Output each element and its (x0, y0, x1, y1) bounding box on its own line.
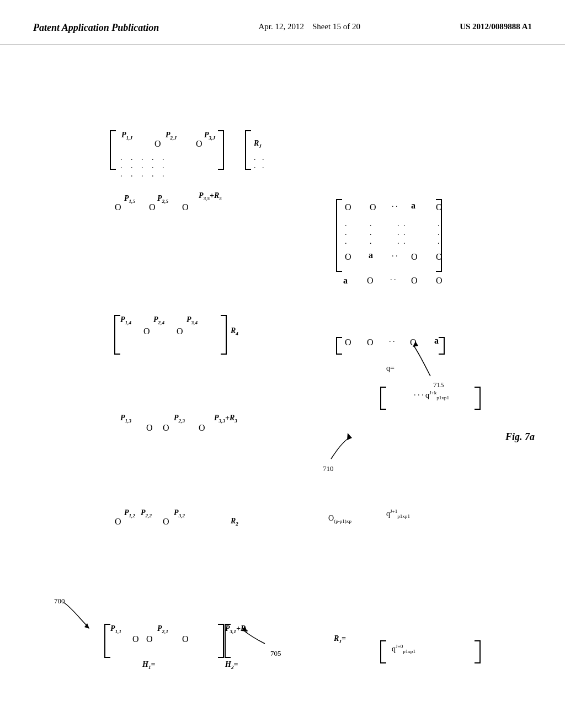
P25-label: P2,5 (157, 194, 168, 204)
page-header: Patent Application Publication Apr. 12, … (0, 0, 565, 45)
circle-1: O (154, 139, 161, 149)
O-pp1xp-label: O(p-p1)xp (328, 514, 351, 524)
rm-dots2: · · (392, 252, 398, 261)
R2-label: R2 (231, 517, 238, 527)
circle-2: O (196, 139, 202, 149)
rm-vdots1: ··· (345, 222, 348, 248)
rm-06: O (411, 276, 418, 286)
P11-label: P1,1 (110, 624, 121, 634)
rm-ab: a (434, 336, 439, 346)
P33R3-label: P3,3+R3 (214, 414, 237, 424)
circle-r2-1: O (115, 517, 121, 527)
dots-RJ: · · (254, 156, 266, 164)
circle-r3-3: O (199, 423, 205, 433)
circle-r5-2: O (149, 202, 156, 212)
P23-label: P2,3 (174, 414, 185, 424)
publication-date: Apr. 12, 2012 (258, 22, 304, 31)
P14-label: P1,4 (120, 315, 131, 325)
P13-label: P1,3 (120, 414, 131, 424)
P34-label: P3,4 (186, 315, 198, 325)
circle-r1-2: O (146, 634, 153, 644)
rm-07: O (436, 276, 443, 286)
dots-row2: · · · · · (120, 164, 168, 173)
P35R5-label: P3,5+R5 (199, 191, 222, 201)
RJ-eq-label: RJ= (334, 634, 346, 644)
P2J-label: P2,J (166, 131, 177, 141)
ref-700: 700 (54, 597, 65, 606)
circle-r4-2: O (177, 326, 183, 336)
circle-r2-2: O (163, 517, 169, 527)
rm-05: O (367, 276, 374, 286)
P22-label: P2,2 (141, 508, 152, 518)
rm-vdots3: · ·· ·· · (397, 222, 407, 248)
ref-705: 705 (270, 649, 281, 658)
rm-dots1: · · (392, 202, 398, 211)
rm-dots3: · · (390, 276, 396, 285)
publication-title: Patent Application Publication (33, 22, 159, 34)
H1-label: H1= (142, 660, 155, 670)
rm-03: O (411, 252, 418, 262)
diagram-area: P1,J O P2,J O P3,J · · · · · · · · · · ·… (0, 45, 565, 707)
rm-04: O (436, 252, 443, 262)
rm-bdots: · · (389, 338, 395, 346)
R4-label: R4 (231, 326, 238, 336)
rm-a3: a (343, 276, 348, 286)
rm-a2: a (369, 250, 373, 260)
P32-label: P3,2 (174, 508, 185, 518)
ref-715: 715 (433, 381, 444, 389)
rm-b2: O (410, 338, 417, 347)
RJ-label: RJ (254, 139, 262, 149)
rm-a1: a (411, 201, 415, 211)
P12-label: P1,2 (124, 508, 135, 518)
P31R1-label: P3,1+R1 (225, 624, 248, 634)
svg-marker-2 (347, 433, 352, 440)
rm-10: O (345, 252, 351, 262)
svg-marker-0 (84, 623, 89, 629)
dots-RJ2: · · (254, 164, 266, 173)
q-eq-label: q= (386, 364, 395, 373)
patent-number: US 2012/0089888 A1 (460, 22, 532, 31)
rm-01: O (370, 202, 376, 212)
P1J-label: P1,J (121, 131, 132, 141)
ref-710: 710 (323, 464, 334, 473)
H2-label: H2= (225, 660, 238, 670)
rm-vdots4: ··· (438, 222, 441, 248)
circle-r3-2: O (163, 423, 169, 433)
rm-b1: O (367, 338, 374, 347)
P3J-label: P3,J (204, 131, 215, 141)
rm-b0: O (345, 338, 351, 347)
circle-r5-3: O (182, 202, 189, 212)
dots-row3: · · · · · (120, 172, 168, 181)
figure-label: Fig. 7a (505, 431, 535, 443)
P21-label: P2,1 (157, 624, 168, 634)
dots-row1: · · · · · (120, 156, 168, 164)
circle-r5-1: O (115, 202, 121, 212)
rm-00: O (345, 202, 351, 212)
circle-r4-1: O (143, 326, 150, 336)
rm-vdots2: ··· (370, 222, 373, 248)
q-Jk-p1xp1: · · · qJ+kp1xp1 (414, 390, 449, 400)
sheet-info: Sheet 15 of 20 (312, 22, 360, 31)
circle-r3-1: O (146, 423, 153, 433)
circle-r1-1: O (132, 634, 139, 644)
header-center-info: Apr. 12, 2012 Sheet 15 of 20 (258, 22, 360, 31)
P15-label: P1,5 (124, 194, 135, 204)
q-J0-p1xp1: qJ+0p1xp1 (392, 644, 415, 654)
P24-label: P2,4 (153, 315, 164, 325)
circle-r1-3: O (182, 634, 189, 644)
rm-02: O (436, 202, 443, 212)
diagram-svg (0, 45, 565, 707)
q-J1-p1xp1: qJ+1p1xp1 (386, 508, 410, 519)
